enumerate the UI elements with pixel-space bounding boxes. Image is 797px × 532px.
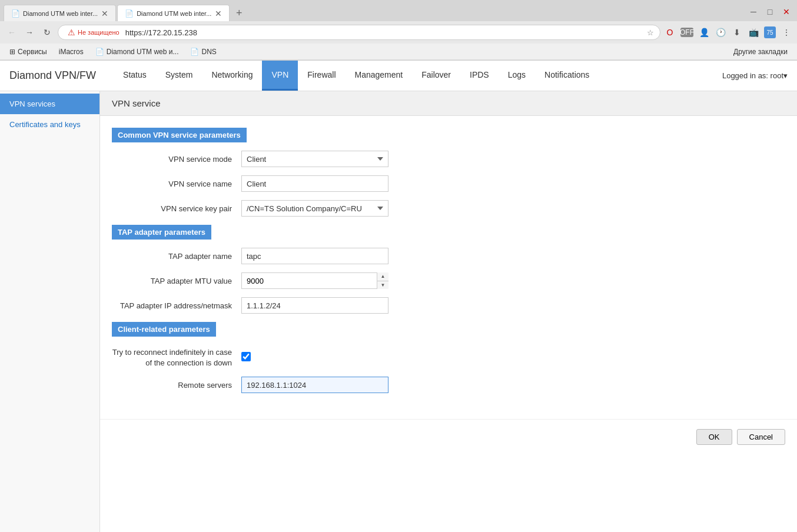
browser-tab-1[interactable]: 📄 Diamond UTM web inter... ✕ xyxy=(4,5,116,21)
opera-icon[interactable]: O xyxy=(664,26,676,38)
form-row-name: VPN service name xyxy=(112,175,779,192)
reconnect-checkbox-wrap xyxy=(241,352,251,361)
tab-icon-2: 📄 xyxy=(125,9,133,18)
address-bar: ← → ↻ ⚠ Не защищено https://172.20.15.23… xyxy=(0,21,797,44)
back-button[interactable]: ← xyxy=(5,25,19,39)
mtu-label: TAP adapter MTU value xyxy=(112,277,241,285)
browser-icons: O OFF 👤 🕐 ⬇ 📺 75 ⋮ xyxy=(664,26,792,38)
bookmark-imacros-label: iMacros xyxy=(59,48,84,56)
download-icon[interactable]: ⬇ xyxy=(731,26,743,38)
bookmark-diamond-label: Diamond UTM web и... xyxy=(107,48,179,56)
nav-firewall[interactable]: Firewall xyxy=(298,61,345,91)
logged-in-label[interactable]: Logged in as: root▾ xyxy=(722,71,788,80)
mode-label: VPN service mode xyxy=(112,155,241,164)
form-row-remote-servers: Remote servers xyxy=(112,377,779,393)
tab-close-2[interactable]: ✕ xyxy=(215,9,222,18)
tap-name-input[interactable] xyxy=(241,248,388,264)
extension-icon-1[interactable]: OFF xyxy=(680,28,693,37)
mode-select[interactable]: Client Server xyxy=(241,151,388,167)
security-label: Не защищено xyxy=(78,29,119,36)
tab-close-1[interactable]: ✕ xyxy=(101,9,108,18)
user-icon[interactable]: 👤 xyxy=(698,26,710,38)
nav-notifications[interactable]: Notifications xyxy=(535,61,599,91)
nav-logs[interactable]: Logs xyxy=(499,61,535,91)
tab-label-1: Diamond UTM web inter... xyxy=(23,10,98,17)
maximize-button[interactable]: □ xyxy=(763,5,777,19)
apps-icon: ⊞ xyxy=(9,48,15,56)
main-content: VPN services Certificates and keys VPN s… xyxy=(0,91,797,532)
cast-icon[interactable]: 📺 xyxy=(748,26,759,38)
sidebar: VPN services Certificates and keys xyxy=(0,91,100,532)
warning-icon: ⚠ xyxy=(68,28,75,37)
bookmark-imacros[interactable]: iMacros xyxy=(54,46,88,57)
form-row-tap-name: TAP adapter name xyxy=(112,248,779,264)
service-name-label: VPN service name xyxy=(112,179,241,188)
tab-label-2: Diamond UTM web inter... xyxy=(137,10,211,17)
tab-icon-1: 📄 xyxy=(11,9,19,18)
section-tap: TAP adapter parameters TAP adapter name … xyxy=(112,225,779,314)
form-row-ip: TAP adapter IP address/netmask xyxy=(112,297,779,314)
page-icon-1: 📄 xyxy=(95,48,104,56)
form-row-mtu: TAP adapter MTU value ▲ ▼ xyxy=(112,272,779,289)
nav-networking[interactable]: Networking xyxy=(202,61,262,91)
app-header: Diamond VPN/FW Status System Networking … xyxy=(0,61,797,91)
key-pair-select[interactable]: /CN=TS Solution Company/C=RU xyxy=(241,200,388,217)
mtu-increment[interactable]: ▲ xyxy=(377,272,388,281)
browser-chrome: 📄 Diamond UTM web inter... ✕ 📄 Diamond U… xyxy=(0,0,797,61)
close-window-button[interactable]: ✕ xyxy=(779,5,793,19)
form-area: Common VPN service parameters VPN servic… xyxy=(100,116,797,413)
clock-icon[interactable]: 🕐 xyxy=(715,26,726,38)
sidebar-item-vpn-services[interactable]: VPN services xyxy=(0,94,99,114)
security-badge: ⚠ Не защищено xyxy=(64,26,123,38)
nav-vpn[interactable]: VPN xyxy=(262,61,298,91)
reconnect-checkbox[interactable] xyxy=(241,352,251,361)
btn-row: OK Cancel xyxy=(100,419,797,454)
nav-status[interactable]: Status xyxy=(114,61,156,91)
mtu-input[interactable] xyxy=(241,272,388,289)
bookmark-diamond[interactable]: 📄 Diamond UTM web и... xyxy=(91,46,184,57)
nav-ipds[interactable]: IPDS xyxy=(460,61,499,91)
form-row-mode: VPN service mode Client Server xyxy=(112,151,779,167)
cancel-button[interactable]: Cancel xyxy=(737,429,785,445)
nav-menu: Status System Networking VPN Firewall Ma… xyxy=(114,61,722,91)
score-badge[interactable]: 75 xyxy=(764,26,776,38)
remote-servers-input[interactable] xyxy=(241,377,388,393)
bookmark-dns[interactable]: 📄 DNS xyxy=(185,46,221,57)
browser-tab-2[interactable]: 📄 Diamond UTM web inter... ✕ xyxy=(117,5,230,21)
sidebar-item-certs[interactable]: Certificates and keys xyxy=(0,114,99,135)
tab-bar: 📄 Diamond UTM web inter... ✕ 📄 Diamond U… xyxy=(0,0,797,21)
mtu-decrement[interactable]: ▼ xyxy=(377,281,388,290)
nav-system[interactable]: System xyxy=(156,61,202,91)
app-title: Diamond VPN/FW xyxy=(9,69,96,82)
nav-management[interactable]: Management xyxy=(346,61,413,91)
minimize-button[interactable]: ─ xyxy=(746,5,761,19)
url-text[interactable]: https://172.20.15.238 xyxy=(125,28,645,37)
new-tab-button[interactable]: + xyxy=(231,5,247,21)
bookmarks-other[interactable]: Другие закладки xyxy=(729,46,792,57)
menu-button[interactable]: ⋮ xyxy=(781,26,792,38)
reload-button[interactable]: ↻ xyxy=(40,25,54,39)
nav-failover[interactable]: Failover xyxy=(412,61,460,91)
section-client-header: Client-related parameters xyxy=(112,322,216,337)
content-area: VPN service Common VPN service parameter… xyxy=(100,91,797,532)
service-name-input[interactable] xyxy=(241,175,388,192)
bookmark-services-label: Сервисы xyxy=(18,48,47,56)
section-tap-header: TAP adapter parameters xyxy=(112,225,211,240)
page-icon-2: 📄 xyxy=(190,48,199,56)
bookmark-services[interactable]: ⊞ Сервисы xyxy=(5,46,52,57)
form-row-reconnect: Try to reconnect indefinitely in case of… xyxy=(112,345,779,368)
bookmark-star[interactable]: ☆ xyxy=(647,28,654,37)
content-header: VPN service xyxy=(100,91,797,116)
mtu-spinner-wrap: ▲ ▼ xyxy=(241,272,388,289)
forward-button[interactable]: → xyxy=(22,25,36,39)
app: Diamond VPN/FW Status System Networking … xyxy=(0,61,797,532)
section-common-header: Common VPN service parameters xyxy=(112,128,247,142)
reconnect-label: Try to reconnect indefinitely in case of… xyxy=(112,345,241,368)
section-common: Common VPN service parameters VPN servic… xyxy=(112,128,779,217)
bookmark-dns-label: DNS xyxy=(201,48,216,56)
ip-input[interactable] xyxy=(241,297,388,314)
url-bar[interactable]: ⚠ Не защищено https://172.20.15.238 ☆ xyxy=(58,25,660,40)
spinner-buttons: ▲ ▼ xyxy=(377,272,388,289)
tap-name-label: TAP adapter name xyxy=(112,252,241,261)
ok-button[interactable]: OK xyxy=(696,429,732,445)
